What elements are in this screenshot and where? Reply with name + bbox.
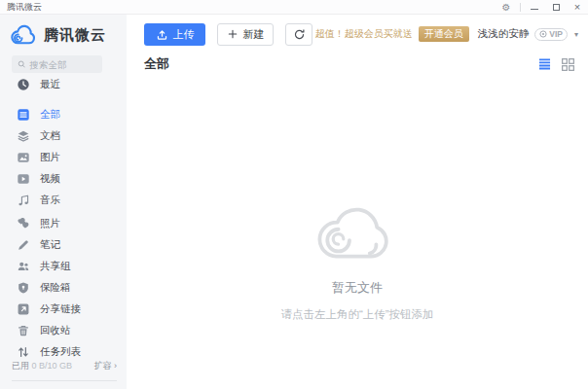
sidebar-item-images[interactable]: 图片 bbox=[0, 147, 127, 168]
shared-group-icon bbox=[17, 260, 30, 273]
username[interactable]: 浅浅的安静 bbox=[478, 27, 530, 41]
view-toggle bbox=[538, 58, 574, 71]
sidebar-item-recycle-bin[interactable]: 回收站 bbox=[0, 320, 127, 341]
upload-button[interactable]: 上传 bbox=[144, 23, 205, 46]
sidebar-item-music[interactable]: 音乐 bbox=[0, 190, 127, 211]
refresh-button[interactable] bbox=[285, 23, 312, 46]
window-controls-separator bbox=[520, 3, 521, 12]
new-button[interactable]: 新建 bbox=[217, 23, 274, 46]
refresh-icon bbox=[293, 28, 306, 41]
sidebar-item-label: 照片 bbox=[40, 217, 60, 230]
titlebar: 腾讯微云 ⚙ × bbox=[0, 0, 588, 15]
sidebar-item-label: 笔记 bbox=[40, 238, 60, 252]
sidebar-item-label: 共享组 bbox=[40, 260, 71, 273]
storage-used-label: 已用 bbox=[12, 361, 29, 371]
task-list-arrows-icon bbox=[17, 345, 30, 359]
images-icon bbox=[17, 151, 30, 164]
sidebar-item-label: 视频 bbox=[40, 172, 60, 186]
weiyun-window: 腾讯微云 ⚙ × 腾讯微云 bbox=[0, 0, 588, 389]
pencil-icon bbox=[17, 238, 30, 252]
storage-usage: 已用 0 B/10 GB bbox=[12, 360, 72, 372]
vip-badge[interactable]: VIP bbox=[534, 28, 568, 41]
share-link-icon bbox=[17, 302, 30, 316]
close-button[interactable]: × bbox=[567, 0, 588, 14]
empty-state-title: 暂无文件 bbox=[127, 279, 588, 297]
minimize-button[interactable] bbox=[524, 0, 545, 14]
sidebar-item-label: 全部 bbox=[40, 108, 60, 122]
content-header: 全部 bbox=[144, 55, 574, 73]
sidebar-item-videos[interactable]: 视频 bbox=[0, 168, 127, 190]
sidebar-item-share-links[interactable]: 分享链接 bbox=[0, 299, 127, 320]
sidebar-item-photos[interactable]: 照片 bbox=[0, 213, 127, 234]
sidebar-item-safe[interactable]: 保险箱 bbox=[0, 277, 127, 299]
all-files-icon bbox=[17, 108, 30, 122]
settings-gear-icon[interactable]: ⚙ bbox=[496, 0, 517, 14]
sidebar-item-recent[interactable]: 最近 bbox=[0, 74, 127, 95]
search-box[interactable] bbox=[12, 55, 102, 73]
music-note-icon bbox=[17, 194, 30, 207]
sidebar-item-shared-group[interactable]: 共享组 bbox=[0, 256, 127, 277]
sidebar: 腾讯微云 最近 全部 bbox=[0, 15, 127, 389]
expand-storage-link[interactable]: 扩容 › bbox=[94, 360, 118, 372]
weiyun-cloud-logo-icon bbox=[10, 24, 39, 47]
storage-usage-value: 0 B/10 GB bbox=[32, 361, 73, 371]
clock-icon bbox=[17, 78, 30, 91]
window-controls: ⚙ × bbox=[496, 0, 588, 14]
recycle-bin-icon bbox=[17, 324, 30, 337]
sidebar-item-label: 保险箱 bbox=[40, 281, 71, 295]
sidebar-item-documents[interactable]: 文档 bbox=[0, 125, 127, 147]
upload-icon bbox=[156, 28, 168, 41]
vip-badge-label: VIP bbox=[549, 29, 563, 39]
empty-cloud-illustration bbox=[311, 199, 404, 267]
vip-promo-text[interactable]: 超值！超级会员买就送 bbox=[315, 27, 413, 41]
maximize-button[interactable] bbox=[545, 0, 567, 14]
new-button-label: 新建 bbox=[243, 27, 265, 42]
sidebar-item-label: 任务列表 bbox=[40, 345, 81, 359]
search-input[interactable] bbox=[29, 59, 96, 70]
sidebar-item-notes[interactable]: 笔记 bbox=[0, 234, 127, 256]
app-logo: 腾讯微云 bbox=[10, 24, 106, 47]
photos-icon bbox=[17, 217, 30, 230]
storage-footer: 已用 0 B/10 GB 扩容 › bbox=[12, 360, 117, 381]
toolbar: 上传 新建 超值！超级会员买就送 开通会员 浅浅的安静 VIP ▾ bbox=[144, 22, 578, 46]
sidebar-nav: 最近 全部 文档 图片 视频 bbox=[0, 74, 127, 363]
vip-badge-icon bbox=[539, 30, 547, 38]
empty-state-subtitle: 请点击左上角的“上传”按钮添加 bbox=[127, 307, 588, 322]
plus-icon bbox=[227, 28, 239, 40]
sidebar-item-label: 回收站 bbox=[40, 324, 71, 337]
sidebar-item-all[interactable]: 全部 bbox=[0, 104, 127, 125]
toolbar-right: 超值！超级会员买就送 开通会员 浅浅的安静 VIP ▾ bbox=[315, 26, 578, 42]
sidebar-item-label: 图片 bbox=[40, 151, 60, 164]
page-title: 全部 bbox=[144, 55, 169, 73]
safe-shield-icon bbox=[17, 281, 30, 295]
upload-button-label: 上传 bbox=[173, 27, 195, 42]
open-vip-button[interactable]: 开通会员 bbox=[419, 26, 469, 42]
sidebar-item-label: 音乐 bbox=[40, 194, 60, 207]
sidebar-item-label: 最近 bbox=[40, 78, 60, 91]
empty-state: 暂无文件 请点击左上角的“上传”按钮添加 bbox=[127, 199, 588, 322]
app-logo-text: 腾讯微云 bbox=[44, 26, 106, 45]
sidebar-item-label: 分享链接 bbox=[40, 302, 81, 316]
grid-view-icon[interactable] bbox=[562, 58, 574, 71]
documents-layers-icon bbox=[17, 129, 30, 143]
videos-icon bbox=[17, 172, 30, 186]
main-area: 上传 新建 超值！超级会员买就送 开通会员 浅浅的安静 VIP ▾ 全部 bbox=[127, 15, 588, 389]
window-title: 腾讯微云 bbox=[7, 1, 42, 14]
search-icon bbox=[18, 59, 25, 69]
sidebar-item-label: 文档 bbox=[40, 129, 60, 143]
account-chevron-down-icon[interactable]: ▾ bbox=[574, 30, 578, 39]
list-view-icon[interactable] bbox=[538, 58, 551, 70]
